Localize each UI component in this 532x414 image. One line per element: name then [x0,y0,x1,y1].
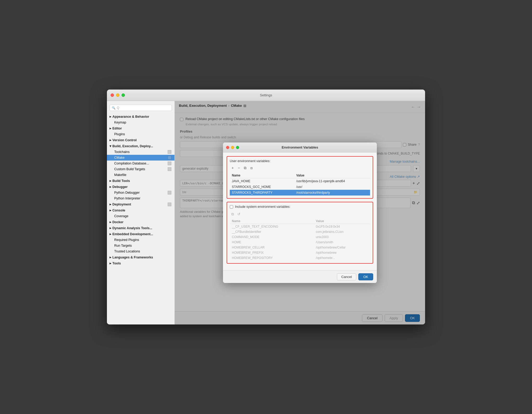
sidebar-item-compilation-db[interactable]: Compilation Database... [107,161,174,166]
remove-env-button[interactable]: − [236,165,242,171]
sys-env-name: HOMEBREW_PREFIX [230,250,314,255]
sidebar-item-embedded-dev[interactable]: ▸ Embedded Development... [107,231,174,237]
sidebar-item-label: Plugins [114,132,125,136]
sys-env-row: HOME /Users/smith [230,240,370,245]
sidebar-item-dynamic-analysis[interactable]: ▸ Dynamic Analysis Tools... [107,225,174,231]
sidebar-item-makefile[interactable]: Makefile [107,172,174,178]
sidebar-item-version-control[interactable]: ▸ Version Control [107,137,174,143]
arrow-icon: ▸ [110,179,111,183]
name-column-header: Name [230,173,294,178]
sidebar-item-python-debugger[interactable]: Python Debugger [107,190,174,196]
sidebar-item-custom-build-targets[interactable]: Custom Build Targets [107,166,174,172]
dialog-close-button[interactable] [226,146,229,149]
panel-icon [168,162,171,165]
sys-copy-button[interactable]: ⧉ [230,211,235,217]
arrow-icon: ▸ [110,138,111,142]
sidebar-item-docker[interactable]: ▸ Docker [107,219,174,225]
dialog-title: Environment Variables [282,145,318,149]
sidebar-item-coverage[interactable]: Coverage [107,213,174,219]
dialog-overlay: Environment Variables User environment v… [175,101,425,324]
sys-env-value: unix2003 [314,234,370,240]
sidebar-item-label: Languages & Frameworks [112,256,153,259]
sidebar-item-trusted-locations[interactable]: Trusted Locations [107,249,174,254]
dialog-titlebar: Environment Variables [223,143,377,152]
sys-env-row: HOMEBREW_PREFIX /opt/homebrew [230,250,370,255]
sys-env-name: HOMEBREW_REPOSITORY [230,255,314,261]
panel-icon [168,156,171,159]
search-box[interactable]: 🔍 Q [110,105,172,111]
panel-icon [168,203,171,206]
sidebar-item-python-interpreter[interactable]: Python Interpreter [107,196,174,201]
sidebar-item-appearance[interactable]: ▸ Appearance & Behavior [107,114,174,120]
value-column-header: Value [294,173,370,178]
sidebar-item-label: Editor [112,127,122,130]
sidebar-item-tools[interactable]: ▸ Tools [107,260,174,266]
sidebar-item-toolchains[interactable]: Toolchains [107,149,174,155]
sys-env-row: COMMAND_MODE unix2003 [230,234,370,240]
sys-env-row: __CF_USER_TEXT_ENCODING 0x1F5:0x19:0x34 [230,224,370,229]
system-env-table: Name Value __CF_USER_TEXT_ENCODING 0x1F5… [230,218,370,261]
sidebar-item-label: Docker [112,220,123,224]
env-row-starrocks-thirdparty[interactable]: STARROCKS_THIRDPARTY /root/starrocks/thi… [230,190,370,196]
sys-env-name: HOMEBREW_CELLAR [230,245,314,250]
settings-window: Settings 🔍 Q ▸ Appearance & Behavior Key… [107,90,425,324]
env-row-java-home[interactable]: JAVA_HOME /usr/lib/jvm/java-11-openjdk-a… [230,178,370,184]
close-button[interactable] [111,93,114,97]
env-row-starrocks-gcc[interactable]: STARROCKS_GCC_HOME /usr/ [230,184,370,190]
sidebar-item-label: Makefile [114,173,126,177]
arrow-icon: ▸ [110,202,111,206]
copy-env-button[interactable]: ⧉ [242,165,248,171]
right-panel: Build, Execution, Deployment › CMake ▤ ←… [175,101,425,324]
sidebar-item-label: Required Plugins [114,238,139,242]
sidebar-item-editor[interactable]: ▸ Editor [107,125,174,131]
sys-env-name: HOME [230,240,314,245]
dialog-ok-button[interactable]: OK [358,273,373,280]
sidebar-item-label: Appearance & Behavior [112,115,149,119]
sys-value-header: Value [314,218,370,224]
sidebar-item-plugins[interactable]: Plugins [107,131,174,137]
env-toolbar: + − ⧉ ⧈ [230,165,370,171]
sidebar-item-keymap[interactable]: Keymap [107,120,174,125]
arrow-icon: ▸ [110,208,111,212]
sidebar-item-build-exec[interactable]: ▾ Build, Execution, Deploy... [107,143,174,149]
user-env-table: Name Value JAVA_HOME /usr/lib/jvm/java-1… [230,173,370,196]
sys-env-name: __CF_USER_TEXT_ENCODING [230,224,314,229]
sidebar-item-label: Compilation Database... [114,162,149,165]
panel-icon [168,150,171,154]
system-env-table-area: ⧉ ↺ Name Value [230,211,370,261]
sys-env-row: __CFBundleIdentifier com.jetbrains.CLion [230,229,370,234]
sidebar-item-label: Build, Execution, Deploy... [112,144,153,148]
minimize-button[interactable] [116,93,119,97]
arrow-icon: ▾ [110,144,111,148]
include-system-checkbox[interactable] [230,205,233,209]
maximize-button[interactable] [122,93,125,97]
sys-name-header: Name [230,218,314,224]
sidebar-item-debugger[interactable]: ▸ Debugger [107,184,174,190]
dialog-cancel-button[interactable]: Cancel [337,273,356,280]
paste-env-button[interactable]: ⧈ [249,165,254,171]
sys-env-row: HOMEBREW_REPOSITORY /opt/homebr... [230,255,370,261]
sys-undo-button[interactable]: ↺ [236,211,242,217]
sys-env-name: __CFBundleIdentifier [230,229,314,234]
sys-env-value: /opt/homebr... [314,255,370,261]
user-env-section: User environment variables: + − ⧉ ⧈ [227,156,373,199]
sys-env-value: com.jetbrains.CLion [314,229,370,234]
dialog-max-button[interactable] [236,146,239,149]
env-name: STARROCKS_GCC_HOME [230,184,294,190]
sidebar-item-cmake[interactable]: CMake [107,155,174,161]
arrow-icon: ▸ [110,255,111,259]
include-system-row: Include system environment variables: [230,205,370,209]
sidebar-item-console[interactable]: ▸ Console [107,207,174,213]
sidebar-item-label: Custom Build Targets [114,167,145,171]
system-env-section: Include system environment variables: ⧉ … [227,202,373,264]
dialog-min-button[interactable] [231,146,234,149]
sys-env-name: COMMAND_MODE [230,234,314,240]
add-env-button[interactable]: + [230,165,235,171]
sidebar-item-required-plugins[interactable]: Required Plugins [107,237,174,243]
arrow-icon: ▸ [110,185,111,189]
sidebar-item-languages-frameworks[interactable]: ▸ Languages & Frameworks [107,254,174,260]
sidebar-item-run-targets[interactable]: Run Targets [107,243,174,249]
window-title: Settings [260,93,272,97]
sidebar-item-build-tools[interactable]: ▸ Build Tools [107,178,174,184]
sidebar-item-deployment[interactable]: ▸ Deployment [107,201,174,207]
